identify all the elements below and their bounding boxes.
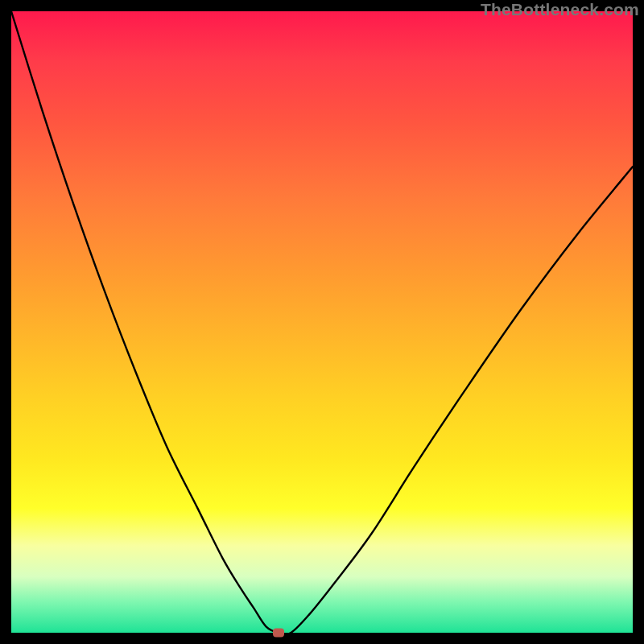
bottleneck-curve (11, 11, 633, 633)
chart-frame: TheBottleneck.com (0, 0, 644, 644)
minimum-marker (273, 629, 284, 638)
watermark-text: TheBottleneck.com (481, 0, 639, 19)
